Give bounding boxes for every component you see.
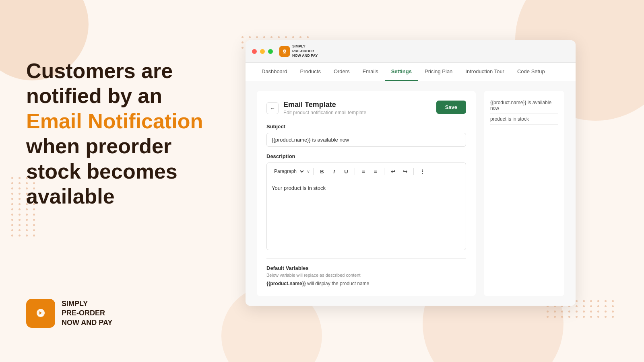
underline-button[interactable]: U — [341, 166, 351, 177]
nav-emails[interactable]: Emails — [356, 63, 385, 81]
bold-button[interactable]: B — [317, 166, 327, 177]
logo-icon — [26, 299, 55, 328]
left-panel: Customers are notified by an Email Notif… — [26, 58, 223, 209]
hero-line5: available — [26, 185, 115, 208]
page-subtitle: Edit product notification email template — [283, 110, 366, 115]
subject-input[interactable] — [266, 133, 466, 147]
hero-line1: Customers are — [26, 59, 173, 82]
hero-line2: notified by an — [26, 84, 162, 107]
page-header: ← Email Template Edit product notificati… — [266, 101, 466, 115]
nav-pricing-plan[interactable]: Pricing Plan — [418, 63, 459, 81]
hero-line4: stock becomes — [26, 160, 178, 183]
italic-button[interactable]: I — [329, 166, 339, 177]
window-logo-icon — [279, 46, 290, 57]
redo-button[interactable]: ↪ — [400, 166, 410, 177]
save-button[interactable]: Save — [436, 101, 466, 114]
window-logo-text: SIMPLYPRE-ORDERNOW AND PAY — [292, 44, 318, 58]
svg-rect-5 — [283, 53, 286, 53]
default-vars-text: {{product.name}} will display the produc… — [266, 281, 466, 286]
window-chrome: SIMPLYPRE-ORDERNOW AND PAY — [246, 40, 576, 63]
hero-text: Customers are notified by an Email Notif… — [26, 58, 223, 209]
chrome-minimize[interactable] — [260, 49, 265, 54]
logo-text: SIMPLY PRE-ORDER NOW AND PAY — [62, 299, 112, 327]
back-button[interactable]: ← — [266, 102, 279, 114]
editor-body[interactable]: Your product is in stock — [266, 180, 466, 250]
ordered-list-button[interactable]: ≡ — [370, 166, 381, 177]
form-area: ← Email Template Edit product notificati… — [257, 91, 476, 296]
right-panel-item-1: {{product.name}} is available now — [490, 97, 558, 114]
nav-bar: Dashboard Products Orders Emails Setting… — [246, 63, 576, 81]
nav-dashboard[interactable]: Dashboard — [255, 63, 294, 81]
right-panel: {{product.name}} is available now produc… — [484, 91, 564, 296]
default-variables-section: Default Variables Below variable will re… — [266, 258, 466, 286]
chrome-close[interactable] — [252, 49, 257, 54]
logo-area: SIMPLY PRE-ORDER NOW AND PAY — [26, 299, 112, 328]
nav-code-setup[interactable]: Code Setup — [511, 63, 551, 81]
svg-rect-1 — [38, 315, 43, 317]
window-logo: SIMPLYPRE-ORDERNOW AND PAY — [279, 44, 318, 58]
bullet-list-button[interactable]: ≡ — [358, 166, 369, 177]
format-select[interactable]: Paragraph Heading 1 Heading 2 — [271, 167, 305, 175]
hero-line3: when preorder — [26, 134, 171, 158]
nav-settings[interactable]: Settings — [385, 63, 418, 81]
app-window: SIMPLYPRE-ORDERNOW AND PAY Dashboard Pro… — [246, 40, 576, 306]
default-vars-title: Default Variables — [266, 265, 466, 271]
nav-orders[interactable]: Orders — [327, 63, 356, 81]
description-label: Description — [266, 153, 466, 159]
nav-products[interactable]: Products — [294, 63, 327, 81]
chrome-maximize[interactable] — [268, 49, 273, 54]
more-button[interactable]: ⋮ — [417, 166, 427, 177]
page-title-group: Email Template Edit product notification… — [283, 101, 366, 115]
hero-highlight: Email Notification — [26, 109, 203, 133]
undo-button[interactable]: ↩ — [388, 166, 398, 177]
page-title: Email Template — [283, 101, 366, 109]
toolbar-divider-2 — [355, 168, 355, 175]
toolbar-divider-4 — [413, 168, 414, 175]
subject-label: Subject — [266, 123, 466, 130]
nav-introduction-tour[interactable]: Introduction Tour — [459, 63, 511, 81]
page-header-left: ← Email Template Edit product notificati… — [266, 101, 366, 115]
default-vars-subtitle: Below variable will replace as described… — [266, 273, 466, 278]
editor-toolbar: Paragraph Heading 1 Heading 2 ∨ B I U ≡ … — [266, 162, 466, 180]
toolbar-divider-1 — [313, 168, 314, 175]
right-panel-item-2: product is in stock — [490, 114, 558, 125]
toolbar-divider-3 — [384, 168, 384, 175]
main-content: ← Email Template Edit product notificati… — [246, 81, 576, 306]
